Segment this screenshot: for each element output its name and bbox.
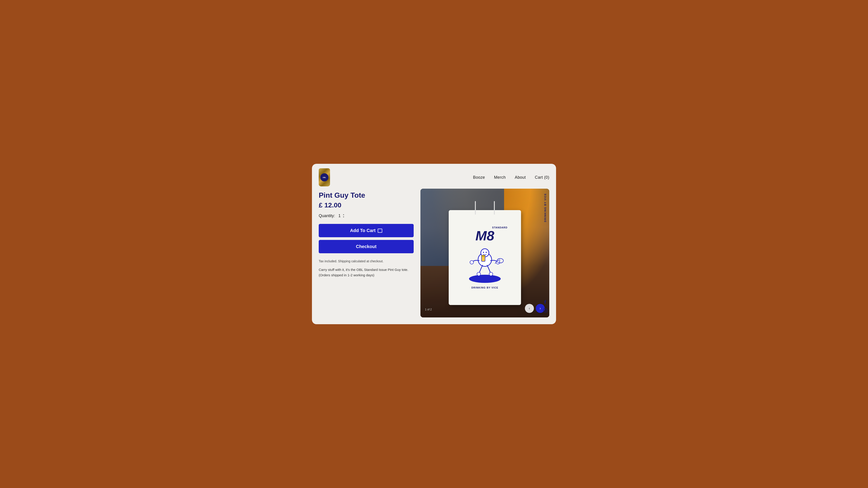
tote-bottom-brand: DRINKING BY VICE xyxy=(471,286,498,289)
cart-icon xyxy=(378,229,382,233)
image-prev-button[interactable]: ‹ xyxy=(525,304,534,313)
main-content: Pint Guy Tote £ 12.00 Quantity: 1 ▲ ▼ Ad… xyxy=(312,189,556,324)
tote-character-svg xyxy=(462,244,507,285)
main-nav: Booze Merch About Cart (0) xyxy=(473,175,549,180)
side-decoration: DRINKING BY VICE xyxy=(541,189,549,318)
quantity-row: Quantity: 1 ▲ ▼ xyxy=(319,214,414,218)
svg-point-7 xyxy=(477,272,480,276)
nav-about[interactable]: About xyxy=(515,175,526,180)
add-to-cart-label: Add To Cart xyxy=(350,228,376,233)
tote-top-text: STANDARD xyxy=(492,226,507,229)
quantity-value: 1 xyxy=(338,214,341,218)
svg-point-10 xyxy=(486,252,487,253)
product-image-panel: STANDARD M8 xyxy=(421,189,549,318)
nav-booze[interactable]: Booze xyxy=(473,175,485,180)
facebook-icon[interactable] xyxy=(543,300,548,304)
tote-m8-text: M8 xyxy=(475,230,494,242)
tote-content: STANDARD M8 xyxy=(458,222,512,293)
tote-wrapper: STANDARD M8 xyxy=(449,210,521,305)
svg-point-0 xyxy=(469,275,501,283)
logo-area xyxy=(319,168,330,186)
tote-handle-left xyxy=(475,201,476,215)
sidebar-vertical-text: DRINKING BY VICE xyxy=(544,193,547,222)
svg-point-17 xyxy=(546,309,547,310)
product-page: Booze Merch About Cart (0) Pint Guy Tote… xyxy=(312,164,556,324)
svg-rect-15 xyxy=(544,308,547,312)
add-to-cart-button[interactable]: Add To Cart xyxy=(319,224,414,237)
tote-handles xyxy=(475,201,495,215)
logo-can xyxy=(319,168,330,186)
svg-rect-4 xyxy=(482,255,485,257)
nav-merch[interactable]: Merch xyxy=(494,175,506,180)
header: Booze Merch About Cart (0) xyxy=(312,164,556,189)
instagram-icon[interactable] xyxy=(543,308,548,313)
quantity-down-button[interactable]: ▼ xyxy=(342,216,345,218)
svg-point-16 xyxy=(545,310,546,311)
tote-illustration: STANDARD M8 xyxy=(449,210,521,305)
tote-handle-right xyxy=(494,201,495,215)
social-icons xyxy=(543,300,548,313)
nav-cart[interactable]: Cart (0) xyxy=(535,175,549,180)
quantity-arrows: ▲ ▼ xyxy=(342,214,345,218)
tax-note: Tax included. Shipping calculated at che… xyxy=(319,259,414,264)
svg-point-8 xyxy=(489,272,493,276)
quantity-control[interactable]: 1 ▲ ▼ xyxy=(338,214,345,218)
product-description: Carry stuff with it, it's the OBL Standa… xyxy=(319,267,414,278)
checkout-button[interactable]: Checkout xyxy=(319,240,414,253)
quantity-label: Quantity: xyxy=(319,214,335,218)
svg-point-5 xyxy=(470,260,473,264)
product-price: £ 12.00 xyxy=(319,201,414,209)
product-image: STANDARD M8 xyxy=(421,189,549,318)
image-counter: 1 of 2 xyxy=(425,308,432,311)
product-title: Pint Guy Tote xyxy=(319,191,414,199)
svg-point-9 xyxy=(483,252,484,253)
quantity-up-button[interactable]: ▲ xyxy=(342,214,345,216)
left-panel: Pint Guy Tote £ 12.00 Quantity: 1 ▲ ▼ Ad… xyxy=(319,189,414,318)
